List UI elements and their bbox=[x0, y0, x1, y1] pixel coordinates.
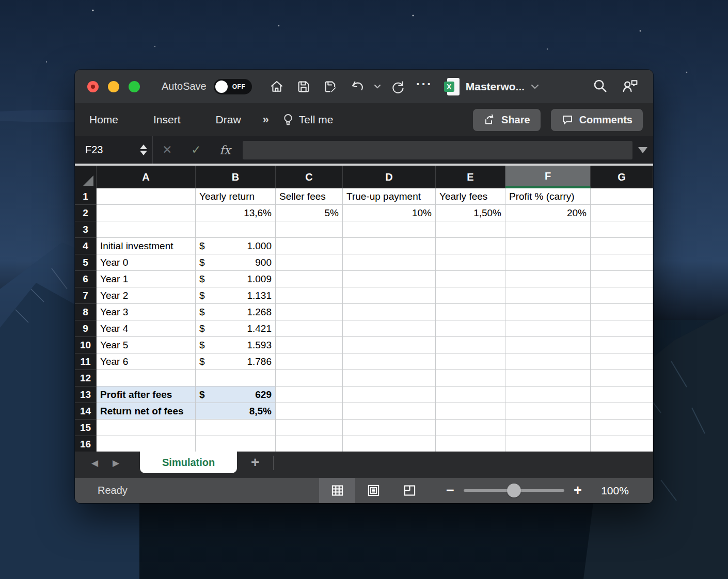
undo-dropdown-icon[interactable] bbox=[373, 75, 382, 98]
cell-B6[interactable]: $1.009 bbox=[196, 271, 276, 287]
cell-B4[interactable]: $1.000 bbox=[196, 238, 276, 254]
tell-me-button[interactable]: Tell me bbox=[278, 110, 338, 130]
cell-F9[interactable] bbox=[505, 320, 591, 337]
row-header-10[interactable]: 10 bbox=[75, 337, 97, 353]
cell-A14[interactable]: Return net of fees bbox=[97, 403, 196, 420]
cell-C14[interactable] bbox=[276, 403, 343, 420]
cell-C7[interactable] bbox=[276, 287, 343, 304]
select-all-corner[interactable] bbox=[75, 166, 97, 188]
row-header-8[interactable]: 8 bbox=[75, 304, 97, 320]
cell-E9[interactable] bbox=[436, 320, 505, 337]
cell-F15[interactable] bbox=[505, 420, 591, 436]
name-box-spinner[interactable] bbox=[140, 144, 147, 155]
row-header-3[interactable]: 3 bbox=[75, 221, 97, 238]
cell-C15[interactable] bbox=[276, 420, 343, 436]
cell-G12[interactable] bbox=[591, 370, 653, 387]
cell-F3[interactable] bbox=[505, 221, 591, 238]
cell-G4[interactable] bbox=[591, 238, 653, 254]
share-presence-icon[interactable] bbox=[621, 78, 639, 95]
column-header-D[interactable]: D bbox=[343, 166, 436, 188]
cell-F1[interactable]: Profit % (carry) bbox=[505, 188, 591, 205]
row-header-13[interactable]: 13 bbox=[75, 387, 97, 403]
cell-D10[interactable] bbox=[343, 337, 436, 353]
cell-E3[interactable] bbox=[436, 221, 505, 238]
cell-A15[interactable] bbox=[97, 420, 196, 436]
cell-C9[interactable] bbox=[276, 320, 343, 337]
cell-A10[interactable]: Year 5 bbox=[97, 337, 196, 353]
cell-F6[interactable] bbox=[505, 271, 591, 287]
row-header-9[interactable]: 9 bbox=[75, 320, 97, 337]
cell-C12[interactable] bbox=[276, 370, 343, 387]
cell-E5[interactable] bbox=[436, 254, 505, 271]
cell-A5[interactable]: Year 0 bbox=[97, 254, 196, 271]
row-header-2[interactable]: 2 bbox=[75, 205, 97, 221]
ribbon-overflow-icon[interactable]: » bbox=[259, 110, 273, 130]
cell-F7[interactable] bbox=[505, 287, 591, 304]
cell-E1[interactable]: Yearly fees bbox=[436, 188, 505, 205]
cell-A4[interactable]: Initial investment bbox=[97, 238, 196, 254]
fullscreen-button[interactable] bbox=[129, 81, 140, 92]
cell-E6[interactable] bbox=[436, 271, 505, 287]
insert-function-icon[interactable]: fx bbox=[211, 143, 240, 157]
cell-C16[interactable] bbox=[276, 436, 343, 452]
cell-B10[interactable]: $1.593 bbox=[196, 337, 276, 353]
cell-C2[interactable]: 5% bbox=[276, 205, 343, 221]
cell-B9[interactable]: $1.421 bbox=[196, 320, 276, 337]
zoom-level[interactable]: 100% bbox=[592, 485, 638, 497]
add-sheet-button[interactable]: + bbox=[237, 452, 273, 473]
row-header-14[interactable]: 14 bbox=[75, 403, 97, 420]
cell-A11[interactable]: Year 6 bbox=[97, 353, 196, 370]
cell-G11[interactable] bbox=[591, 353, 653, 370]
cell-G5[interactable] bbox=[591, 254, 653, 271]
cell-G9[interactable] bbox=[591, 320, 653, 337]
save-icon[interactable] bbox=[292, 75, 315, 98]
cell-E11[interactable] bbox=[436, 353, 505, 370]
cell-F2[interactable]: 20% bbox=[505, 205, 591, 221]
cell-D15[interactable] bbox=[343, 420, 436, 436]
row-header-12[interactable]: 12 bbox=[75, 370, 97, 387]
cell-G13[interactable] bbox=[591, 387, 653, 403]
cell-D6[interactable] bbox=[343, 271, 436, 287]
cell-F16[interactable] bbox=[505, 436, 591, 452]
cell-A12[interactable] bbox=[97, 370, 196, 387]
column-header-B[interactable]: B bbox=[196, 166, 276, 188]
column-header-A[interactable]: A bbox=[97, 166, 196, 188]
row-header-7[interactable]: 7 bbox=[75, 287, 97, 304]
cell-D5[interactable] bbox=[343, 254, 436, 271]
name-box[interactable]: F23 bbox=[75, 136, 152, 164]
cell-D8[interactable] bbox=[343, 304, 436, 320]
cell-G8[interactable] bbox=[591, 304, 653, 320]
cell-C10[interactable] bbox=[276, 337, 343, 353]
zoom-out-button[interactable]: − bbox=[440, 482, 461, 498]
cell-B15[interactable] bbox=[196, 420, 276, 436]
cell-E2[interactable]: 1,50% bbox=[436, 205, 505, 221]
spinner-down-icon[interactable] bbox=[140, 151, 147, 155]
cell-D16[interactable] bbox=[343, 436, 436, 452]
cell-E7[interactable] bbox=[436, 287, 505, 304]
cell-D7[interactable] bbox=[343, 287, 436, 304]
cell-A13[interactable]: Profit after fees bbox=[97, 387, 196, 403]
row-header-5[interactable]: 5 bbox=[75, 254, 97, 271]
cell-E8[interactable] bbox=[436, 304, 505, 320]
cell-D1[interactable]: True-up payment bbox=[343, 188, 436, 205]
cell-C1[interactable]: Seller fees bbox=[276, 188, 343, 205]
tab-home[interactable]: Home bbox=[85, 110, 122, 129]
prev-sheet-icon[interactable]: ◀ bbox=[91, 459, 98, 468]
row-header-15[interactable]: 15 bbox=[75, 420, 97, 436]
cell-B1[interactable]: Yearly return bbox=[196, 188, 276, 205]
confirm-entry-icon[interactable]: ✓ bbox=[182, 143, 211, 157]
formula-input[interactable] bbox=[243, 141, 632, 159]
cell-A2[interactable] bbox=[97, 205, 196, 221]
zoom-in-button[interactable]: + bbox=[567, 482, 588, 498]
cell-B7[interactable]: $1.131 bbox=[196, 287, 276, 304]
cell-D3[interactable] bbox=[343, 221, 436, 238]
cell-D9[interactable] bbox=[343, 320, 436, 337]
normal-view-button[interactable] bbox=[319, 478, 355, 503]
next-sheet-icon[interactable]: ▶ bbox=[113, 459, 119, 468]
cell-G16[interactable] bbox=[591, 436, 653, 452]
search-icon[interactable] bbox=[592, 78, 608, 95]
cell-A6[interactable]: Year 1 bbox=[97, 271, 196, 287]
autosave-toggle[interactable]: OFF bbox=[214, 79, 252, 94]
tab-insert[interactable]: Insert bbox=[149, 110, 185, 129]
cell-A9[interactable]: Year 4 bbox=[97, 320, 196, 337]
